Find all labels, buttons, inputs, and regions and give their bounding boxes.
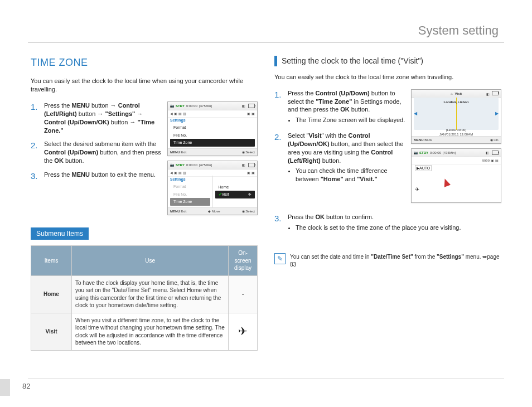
right-step-2: 2. Select "Visit" with the Control (Up/D…: [274, 132, 405, 185]
section-title-timezone: TIME ZONE: [31, 56, 258, 69]
page-number: 82: [22, 382, 30, 390]
th-use: Use: [72, 246, 229, 276]
chevron-left-icon: ◀: [414, 111, 417, 117]
lcd-group-right: ⌂ Visit ◧ London, Lisbon ◀ ▶ [Home 00:00…: [411, 89, 501, 207]
lcd-screen-pin: 📷 STBY 0:00:00 [475Min] ◧ 9999 ▣ ▤ ▶AUTO…: [411, 148, 501, 203]
content-columns: TIME ZONE You can easily set the clock t…: [31, 56, 501, 379]
th-display: On-screen display: [229, 246, 258, 276]
note-icon: ✎: [274, 253, 286, 264]
submenu-heading: Submenu Items: [31, 227, 89, 240]
lcd-group-left: 📷 STBY 0:00:00 [475Min] ◧ ◀▣▤▥▣ ▣ Settin…: [167, 101, 258, 220]
note-box: ✎ You can set the date and time in "Date…: [274, 253, 501, 268]
plane-icon: ✈: [415, 186, 419, 193]
left-step-2: 2. Select the desired submenu item with …: [31, 140, 162, 165]
plane-icon: ✈: [238, 325, 248, 337]
chevron-right-icon: ▶: [495, 111, 499, 117]
table-row: Home To have the clock display your home…: [31, 275, 258, 313]
lcd-screen-1: 📷 STBY 0:00:00 [475Min] ◧ ◀▣▤▥▣ ▣ Settin…: [167, 101, 258, 156]
right-intro: You can easily set the clock to the loca…: [274, 73, 501, 81]
header-system-setting: System setting: [418, 23, 499, 38]
left-step-3: 3. Press the MENU button to exit the men…: [31, 171, 162, 182]
location-pin-icon: [442, 177, 451, 187]
th-items: Items: [31, 246, 72, 276]
right-step-1: 1. Press the Control (Up/Down) button to…: [274, 89, 405, 126]
left-column: TIME ZONE You can easily set the clock t…: [31, 56, 258, 379]
lcd-screen-map: ⌂ Visit ◧ London, Lisbon ◀ ▶ [Home 00:00…: [411, 89, 501, 144]
lcd-screen-2: 📷 STBY 0:00:00 [475Min] ◧ ◀▣▤▥▣ ▣ Settin…: [167, 161, 258, 215]
submenu-table: Items Use On-screen display Home To have…: [31, 245, 258, 351]
right-column: Setting the clock to the local time ("Vi…: [274, 56, 501, 379]
page-tab: [0, 379, 10, 396]
footer-rule: [28, 379, 504, 379]
right-step-3: 3. Press the OK button to confirm. The c…: [274, 213, 501, 234]
manual-page: System setting TIME ZONE You can easily …: [0, 0, 532, 407]
left-intro: You can easily set the clock to the loca…: [31, 77, 258, 94]
table-row: Visit When you visit a different time zo…: [31, 313, 258, 350]
right-subheading: Setting the clock to the local time ("Vi…: [274, 56, 501, 66]
header-rule: [28, 42, 504, 43]
left-step-1: 1. Press the MENU button → Control (Left…: [31, 101, 162, 134]
